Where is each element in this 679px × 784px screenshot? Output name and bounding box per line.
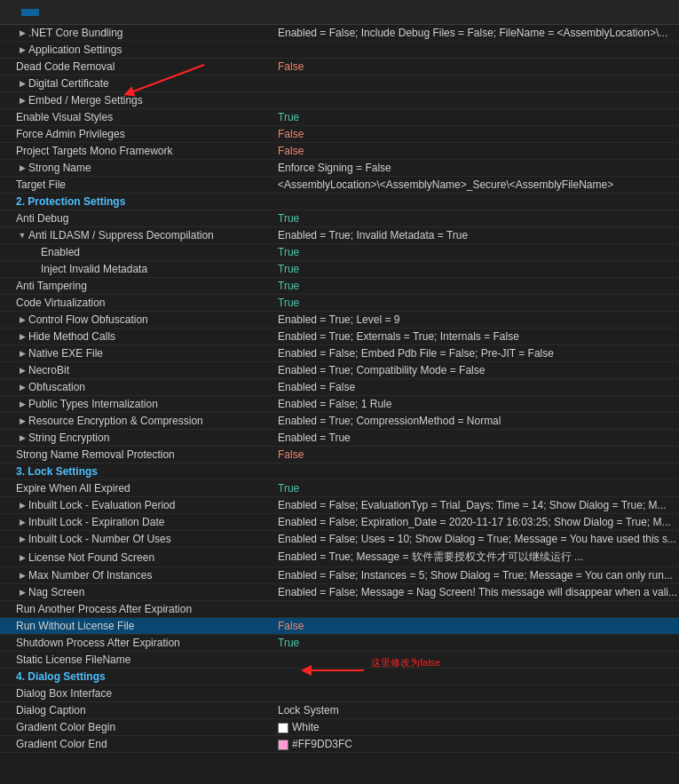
setting-name: Anti Tampering [0,279,271,293]
settings-row[interactable]: 4. Dialog Settings [0,669,679,685]
setting-name: ▶String Encryption [0,431,271,445]
setting-value: Enabled = True; CompressionMethod = Norm… [271,414,679,428]
setting-name: ▶Embed / Merge Settings [0,93,271,107]
setting-value: Enabled = False; Include Debug Files = F… [271,26,679,40]
menu-net-inspector[interactable] [57,9,75,16]
setting-label: Enabled [41,246,80,258]
expand-icon[interactable]: ▶ [16,501,28,510]
expand-icon[interactable]: ▶ [16,518,28,527]
settings-row[interactable]: Anti TamperingTrue [0,278,679,295]
settings-row[interactable]: Run Another Process After Expiration [0,601,679,618]
settings-row[interactable]: 2. Protection Settings [0,194,679,210]
expand-icon[interactable]: ▶ [16,28,28,37]
menu-license-manager[interactable] [39,9,57,16]
setting-value [271,99,679,101]
settings-row[interactable]: ▶NecroBitEnabled = True; Compatibility M… [0,362,679,379]
setting-name: Enable Visual Styles [0,110,271,124]
expand-icon[interactable]: ▼ [16,231,28,240]
setting-value: Enabled = False [271,380,679,394]
settings-row[interactable]: ▶Max Number Of InstancesEnabled = False;… [0,567,679,584]
settings-row[interactable]: Force Admin PrivilegesFalse [0,126,679,143]
setting-value: Enabled = True; Message = 软件需要授权文件才可以继续运… [271,549,679,566]
settings-row[interactable]: ▶Inbuilt Lock - Number Of UsesEnabled = … [0,531,679,548]
expand-icon[interactable]: ▶ [16,332,28,341]
settings-row[interactable]: ▶String EncryptionEnabled = True [0,430,679,447]
settings-row[interactable]: Inject Invalid MetadataTrue [0,261,679,278]
setting-name: ▶Digital Certificate [0,76,271,91]
setting-name: Expire When All Expired [0,481,271,495]
expand-icon[interactable]: ▶ [16,79,28,88]
setting-value: False [271,59,679,74]
settings-row[interactable]: Target File<AssemblyLocation>\<AssemblyN… [0,177,679,194]
settings-row[interactable]: ▶Control Flow ObfuscationEnabled = True;… [0,312,679,329]
settings-row[interactable]: ▶Embed / Merge Settings [0,92,679,109]
settings-row[interactable]: ▶Application Settings [0,42,679,59]
settings-row[interactable]: ▶Nag ScreenEnabled = False; Message = Na… [0,584,679,601]
setting-name: ▶Inbuilt Lock - Number Of Uses [0,532,271,546]
settings-row[interactable]: Anti DebugTrue [0,210,679,227]
settings-row[interactable]: Gradient Color BeginWhite [0,719,679,736]
setting-value [271,676,679,677]
expand-icon[interactable]: ▶ [16,553,28,562]
setting-name: Dead Code Removal [0,59,271,74]
settings-row[interactable]: Code VirtualizationTrue [0,295,679,312]
settings-row[interactable]: ▶Public Types InternalizationEnabled = F… [0,396,679,413]
expand-icon[interactable]: ▶ [16,383,28,392]
settings-row[interactable]: ▶Resource Encryption & CompressionEnable… [0,413,679,430]
setting-name: ▶Control Flow Obfuscation [0,313,271,327]
setting-label: Run Without License File [16,620,134,632]
settings-row[interactable]: Static License FileName [0,652,679,669]
settings-row[interactable]: Strong Name Removal ProtectionFalse [0,447,679,463]
setting-value: False [271,144,679,158]
setting-label: .NET Core Bundling [28,27,123,39]
setting-label: Dead Code Removal [16,60,114,73]
settings-row[interactable]: Expire When All ExpiredTrue [0,480,679,497]
expand-icon[interactable]: ▶ [16,349,28,358]
expand-icon[interactable]: ▶ [16,433,28,442]
setting-label: Static License FileName [16,653,130,666]
settings-row[interactable]: ▶ObfuscationEnabled = False [0,379,679,396]
settings-row[interactable]: Run Without License FileFalse [0,618,679,635]
settings-row[interactable]: ▶Digital Certificate [0,75,679,92]
setting-label: Shutdown Process After Expiration [16,637,180,649]
settings-row[interactable]: ▶Inbuilt Lock - Expiration DateEnabled =… [0,514,679,531]
settings-row[interactable]: ▼Anti ILDASM / Suppress DecompilationEna… [0,227,679,244]
expand-icon[interactable]: ▶ [16,163,28,172]
setting-value: True [271,279,679,293]
menu-settings[interactable] [21,9,39,16]
settings-row[interactable]: ▶Hide Method CallsEnabled = True; Extern… [0,329,679,345]
expand-icon[interactable]: ▶ [16,588,28,597]
settings-row[interactable]: Dialog CaptionLock System [0,702,679,719]
settings-row[interactable]: 3. Lock Settings [0,463,679,480]
menu-files[interactable] [4,9,21,16]
expand-icon[interactable]: ▶ [16,366,28,375]
setting-value: Enabled = False; EvaluationTyp = Trial_D… [271,498,679,512]
expand-icon[interactable]: ▶ [16,535,28,543]
expand-icon[interactable]: ▶ [16,315,28,324]
settings-row[interactable]: Dialog Box Interface [0,685,679,702]
settings-row[interactable]: Enable Visual StylesTrue [0,109,679,126]
expand-icon[interactable]: ▶ [16,400,28,408]
settings-row[interactable]: ▶Strong NameEnforce Signing = False [0,160,679,177]
expand-icon[interactable]: ▶ [16,416,28,425]
setting-label: Native EXE File [28,347,103,360]
color-swatch [278,740,288,750]
setting-label: Inbuilt Lock - Evaluation Period [28,499,175,511]
setting-label: Target File [16,178,66,191]
settings-row[interactable]: ▶.NET Core BundlingEnabled = False; Incl… [0,25,679,42]
settings-row[interactable]: Gradient Color End#FF9DD3FC [0,736,679,753]
settings-row[interactable]: Dead Code RemovalFalse [0,59,679,75]
setting-value: Enabled = True [271,431,679,445]
setting-value [271,608,679,610]
settings-row[interactable]: ▶License Not Found ScreenEnabled = True;… [0,548,679,567]
menu-bar [0,0,679,25]
settings-row[interactable]: EnabledTrue [0,244,679,261]
expand-icon[interactable]: ▶ [16,571,28,580]
expand-icon[interactable]: ▶ [16,45,28,54]
settings-row[interactable]: ▶Inbuilt Lock - Evaluation PeriodEnabled… [0,497,679,514]
settings-row[interactable]: Project Targets Mono FrameworkFalse [0,143,679,160]
setting-label: Force Admin Privileges [16,128,125,140]
settings-row[interactable]: ▶Native EXE FileEnabled = False; Embed P… [0,345,679,362]
settings-row[interactable]: Shutdown Process After ExpirationTrue [0,635,679,652]
expand-icon[interactable]: ▶ [16,96,28,105]
